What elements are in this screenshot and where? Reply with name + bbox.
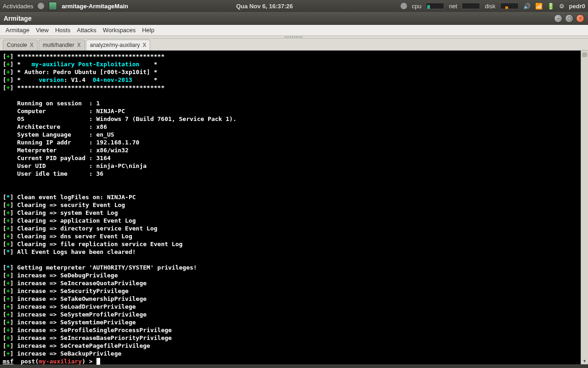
menu-view[interactable]: View [33, 26, 51, 34]
net-graph [462, 3, 480, 9]
menu-attacks[interactable]: Attacks [74, 26, 99, 34]
disk-label: disk [485, 3, 495, 10]
ubuntu-icon[interactable] [38, 3, 44, 9]
tab-multi-handler[interactable]: multi/handler X [39, 40, 85, 50]
user-menu[interactable]: pedr0 [569, 3, 585, 10]
disk-graph [500, 3, 519, 9]
cpu-graph [426, 3, 444, 9]
menu-armitage[interactable]: Armitage [3, 26, 32, 34]
menu-workspaces[interactable]: Workspaces [100, 26, 138, 34]
tab-label: analyze/my-auxiliary [90, 42, 140, 48]
scroll-down-icon[interactable]: ▼ [581, 358, 588, 364]
wifi-icon[interactable]: 📶 [535, 3, 543, 10]
console-output[interactable]: [+] ************************************… [0, 51, 588, 367]
maximize-button[interactable]: ▢ [565, 14, 573, 23]
tab-bar: Console X multi/handler X analyze/my-aux… [0, 39, 588, 51]
menu-hosts[interactable]: Hosts [52, 26, 73, 34]
cpu-label: cpu [412, 3, 421, 10]
keyboard-icon[interactable] [401, 3, 407, 9]
window-titlebar: Armitage – ▢ × [0, 12, 588, 25]
minimize-button[interactable]: – [554, 14, 562, 23]
menubar: Armitage View Hosts Attacks Workspaces H… [0, 25, 588, 36]
clock[interactable]: Qua Nov 6, 16:37:26 [133, 3, 396, 10]
tab-label: multi/handler [43, 42, 74, 48]
tab-close-icon[interactable]: X [142, 42, 146, 48]
activities-button[interactable]: Actividades [3, 3, 33, 10]
window-title: Armitage [4, 15, 32, 22]
top-panel: Actividades armitage-ArmitageMain Qua No… [0, 0, 588, 12]
user-icon[interactable]: ⚙ [559, 3, 565, 10]
battery-icon[interactable]: 🔋 [547, 3, 554, 10]
close-button[interactable]: × [576, 14, 584, 23]
tab-close-icon[interactable]: X [30, 42, 34, 48]
console-panel: ▲ ▼ [+] ********************************… [0, 51, 588, 364]
tab-console[interactable]: Console X [3, 40, 38, 50]
tab-close-icon[interactable]: X [77, 42, 81, 48]
tab-label: Console [7, 42, 27, 48]
menu-help[interactable]: Help [139, 26, 157, 34]
scrollbar[interactable]: ▲ ▼ [581, 51, 588, 364]
tab-analyze-my-auxiliary[interactable]: analyze/my-auxiliary X [86, 40, 151, 50]
scroll-thumb[interactable] [582, 52, 587, 57]
net-label: net [449, 3, 457, 10]
volume-icon[interactable]: 🔊 [523, 3, 531, 10]
task-title[interactable]: armitage-ArmitageMain [62, 3, 128, 10]
task-icon[interactable] [49, 2, 57, 10]
